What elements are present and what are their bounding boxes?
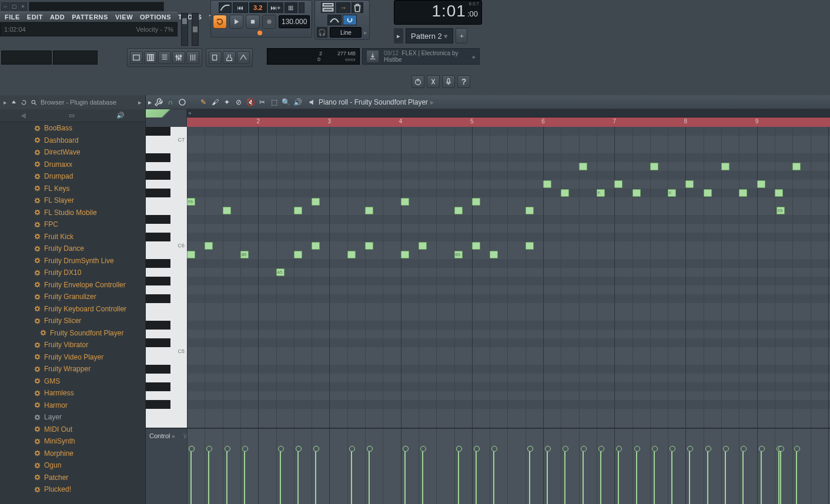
erase-icon[interactable]: ✦: [222, 98, 232, 107]
note[interactable]: [347, 251, 356, 258]
minimize-button[interactable]: –: [1, 2, 9, 11]
note[interactable]: [526, 242, 534, 250]
note[interactable]: [472, 198, 480, 206]
velocity-bar[interactable]: [226, 448, 227, 504]
draw-icon[interactable]: ✎: [199, 98, 208, 107]
velocity-bar[interactable]: [476, 448, 477, 504]
view-playlist-icon[interactable]: [321, 2, 335, 13]
power-button[interactable]: [411, 75, 424, 88]
plugin-button[interactable]: [223, 51, 236, 64]
note[interactable]: [401, 251, 409, 258]
metronome-icon[interactable]: →: [336, 2, 350, 13]
note[interactable]: [650, 163, 658, 170]
note[interactable]: [419, 242, 427, 250]
snap-btn-1[interactable]: ⏮: [233, 2, 248, 13]
note[interactable]: [401, 198, 409, 206]
browser-item[interactable]: Dashboard: [0, 135, 145, 147]
wait-input-icon[interactable]: [327, 15, 342, 25]
note[interactable]: [294, 207, 302, 214]
velocity-bar[interactable]: [671, 448, 672, 504]
close-all-button[interactable]: [237, 51, 250, 64]
view-pianoroll-button[interactable]: [144, 51, 157, 64]
browser-item[interactable]: FL Slayer: [0, 194, 145, 207]
note[interactable]: [454, 207, 463, 214]
note[interactable]: [792, 163, 801, 170]
note[interactable]: [312, 198, 320, 206]
pr-hscroll[interactable]: ◂: [187, 109, 830, 117]
browser-item[interactable]: Harmor: [0, 399, 145, 412]
magnet-icon[interactable]: ∩: [166, 98, 175, 107]
note[interactable]: [365, 207, 373, 214]
note[interactable]: [365, 242, 373, 250]
note[interactable]: [579, 163, 587, 170]
velocity-bar[interactable]: [778, 448, 779, 504]
browser-item[interactable]: Morphine: [0, 448, 145, 460]
velocity-bar[interactable]: [780, 448, 781, 504]
velocity-bar[interactable]: [636, 448, 637, 504]
browser-header[interactable]: ▸ Browser - Plugin database ▸: [0, 95, 145, 109]
velocity-bar[interactable]: [351, 448, 352, 504]
pr-corner[interactable]: [146, 109, 187, 117]
velocity-bar[interactable]: [369, 448, 370, 504]
record-button[interactable]: [262, 15, 276, 29]
pattern-prev[interactable]: ▸: [394, 28, 403, 43]
velocity-bar[interactable]: [761, 448, 762, 504]
browser-item[interactable]: Plucked!: [0, 483, 145, 496]
browser-item[interactable]: Drumaxx: [0, 159, 145, 171]
browser-item[interactable]: DirectWave: [0, 146, 145, 159]
note[interactable]: [312, 242, 320, 250]
main-volume-fader[interactable]: [181, 13, 188, 46]
refresh-icon[interactable]: [21, 99, 27, 106]
wrench-icon[interactable]: [154, 98, 163, 107]
note[interactable]: [775, 189, 783, 197]
search-icon[interactable]: [31, 99, 37, 106]
note[interactable]: [721, 163, 729, 170]
note[interactable]: E6: [777, 207, 785, 214]
mute-icon[interactable]: ⊘: [234, 98, 243, 107]
time-display[interactable]: B:S:T 1:01:00: [394, 0, 482, 25]
snap-value[interactable]: 3.2: [249, 2, 267, 13]
speaker-icon[interactable]: 🔊: [116, 112, 125, 119]
browser-list[interactable]: BooBassDashboardDirectWaveDrumaxxDrumpad…: [0, 122, 145, 496]
velocity-bar[interactable]: [689, 448, 690, 504]
note[interactable]: [294, 251, 302, 258]
undo-history-button[interactable]: [209, 51, 222, 64]
note[interactable]: [561, 189, 569, 197]
slip-icon[interactable]: 🔇: [246, 98, 255, 107]
velocity-bar[interactable]: [208, 448, 209, 504]
browser-item[interactable]: Fruity Slicer: [0, 315, 145, 327]
countdown-icon[interactable]: [343, 15, 357, 25]
browser-item[interactable]: FL Studio Mobile: [0, 207, 145, 219]
browser-item[interactable]: Fruity Granulizer: [0, 291, 145, 303]
velocity-grid[interactable]: [187, 429, 830, 504]
up-arrow-icon[interactable]: [11, 99, 17, 106]
velocity-bar[interactable]: [547, 448, 548, 504]
tempo-display[interactable]: 130.000: [279, 15, 310, 28]
loop-button[interactable]: [213, 15, 227, 29]
browser-item[interactable]: Fruity DrumSynth Live: [0, 255, 145, 267]
browser-item[interactable]: MIDI Out: [0, 424, 145, 436]
control-label[interactable]: Control: [149, 432, 170, 439]
browser-item[interactable]: Fruity Video Player: [0, 351, 145, 364]
tools-button[interactable]: [427, 75, 440, 88]
mic-button[interactable]: [442, 75, 455, 88]
browser-item[interactable]: FPC: [0, 219, 145, 231]
velocity-bar[interactable]: [422, 448, 423, 504]
note[interactable]: [490, 251, 498, 258]
view-channelrack-button[interactable]: [158, 51, 171, 64]
note[interactable]: [757, 180, 765, 188]
collapse-icon[interactable]: ⫷: [21, 112, 27, 119]
stop-button[interactable]: [246, 15, 260, 29]
slice-icon[interactable]: ✂: [257, 98, 267, 107]
trash-icon[interactable]: [352, 2, 363, 13]
note[interactable]: B5: [240, 251, 249, 258]
browser-item[interactable]: Fruit Kick: [0, 231, 145, 243]
note[interactable]: [526, 207, 534, 214]
pattern-selector[interactable]: Pattern 2 ▾: [406, 28, 453, 43]
note[interactable]: [543, 180, 551, 188]
note[interactable]: [187, 251, 195, 258]
main-menu[interactable]: FILEEDITADD PATTERNSVIEWOPTIONS TOOLS?: [0, 12, 178, 22]
velocity-bar[interactable]: [529, 448, 530, 504]
velocity-bar[interactable]: [315, 448, 316, 504]
velocity-bar[interactable]: [280, 448, 281, 504]
